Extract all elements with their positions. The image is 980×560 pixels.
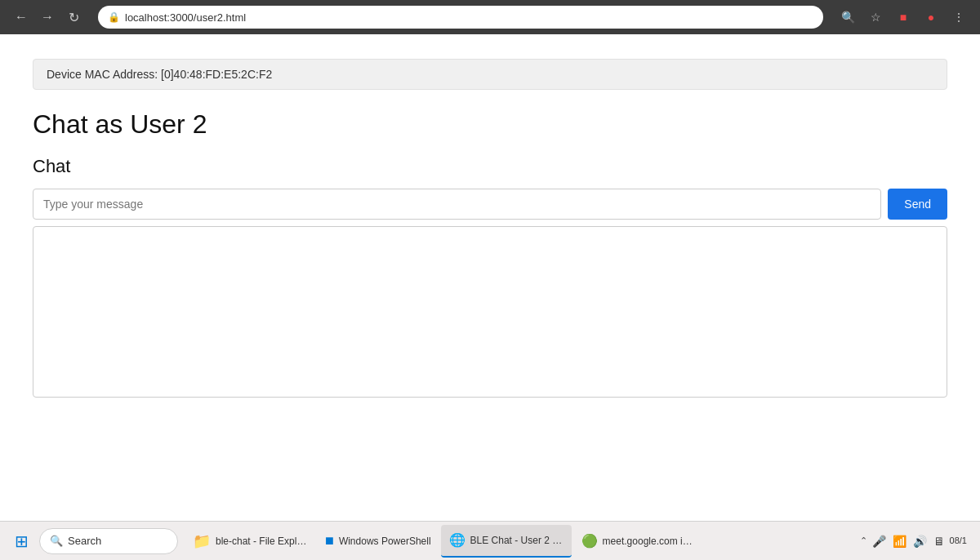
refresh-button[interactable]: ↻ [62,6,85,29]
mac-address-text: Device MAC Address: [0]40:48:FD:E5:2C:F2 [47,68,272,81]
display-icon: 🖥 [932,533,947,549]
browser-nav-buttons: ← → ↻ [10,6,85,29]
address-bar[interactable]: 🔒 localhost:3000/user2.html [98,6,823,29]
taskbar-item-ble-chat[interactable]: 🌐 BLE Chat - User 2 - Goo [441,525,572,558]
message-input[interactable] [33,189,881,220]
chat-area[interactable] [33,226,947,398]
chat-heading: Chat [33,156,947,177]
send-button[interactable]: Send [888,189,947,220]
browser-chrome: ← → ↻ 🔒 localhost:3000/user2.html 🔍 ☆ ■ … [0,0,980,34]
extension-icon[interactable]: ■ [892,6,915,29]
tray-expand-icon[interactable]: ⌃ [860,536,867,546]
taskbar: ⊞ 🔍 Search 📁 ble-chat - File Explorer ■ … [0,521,980,560]
browser-actions: 🔍 ☆ ■ ● ⋮ [836,6,970,29]
search-icon[interactable]: 🔍 [836,6,859,29]
mac-address-bar: Device MAC Address: [0]40:48:FD:E5:2C:F2 [33,59,947,90]
chrome-ble-icon: 🌐 [449,532,466,548]
taskbar-item-ble-chat-label: BLE Chat - User 2 - Goo [470,535,564,546]
search-icon: 🔍 [50,535,63,547]
search-text: Search [68,535,101,547]
bookmark-icon[interactable]: ☆ [864,6,887,29]
back-button[interactable]: ← [10,6,33,29]
chrome-icon[interactable]: ● [920,6,942,29]
chat-input-row: Send [33,189,947,220]
taskbar-item-meet-label: meet.google.com is sha [603,536,696,547]
taskbar-item-meet[interactable]: 🟢 meet.google.com is sha [573,525,704,558]
meet-icon: 🟢 [581,533,598,549]
taskbar-item-powershell-label: Windows PowerShell [339,536,431,547]
tray-time: 08/1 [950,535,967,547]
taskbar-tray: ⌃ 🎤 📶 🔊 🖥 08/1 [853,533,973,549]
taskbar-items: 📁 ble-chat - File Explorer ■ Windows Pow… [185,525,850,558]
volume-icon: 🔊 [911,533,929,549]
wifi-icon: 📶 [891,533,908,549]
page-content: Device MAC Address: [0]40:48:FD:E5:2C:F2… [0,34,980,521]
folder-icon: 📁 [193,532,211,550]
taskbar-item-file-explorer[interactable]: 📁 ble-chat - File Explorer [185,525,315,558]
taskbar-item-powershell[interactable]: ■ Windows PowerShell [317,525,439,558]
windows-icon: ⊞ [15,531,29,551]
taskbar-item-file-explorer-label: ble-chat - File Explorer [216,536,307,547]
start-button[interactable]: ⊞ [7,527,36,556]
menu-icon[interactable]: ⋮ [947,6,970,29]
forward-button[interactable]: → [36,6,59,29]
mic-icon: 🎤 [871,533,888,549]
url-text: localhost:3000/user2.html [125,11,246,24]
lock-icon: 🔒 [108,11,120,23]
page-title: Chat as User 2 [33,109,947,140]
powershell-icon: ■ [325,532,334,549]
taskbar-search[interactable]: 🔍 Search [39,528,178,554]
